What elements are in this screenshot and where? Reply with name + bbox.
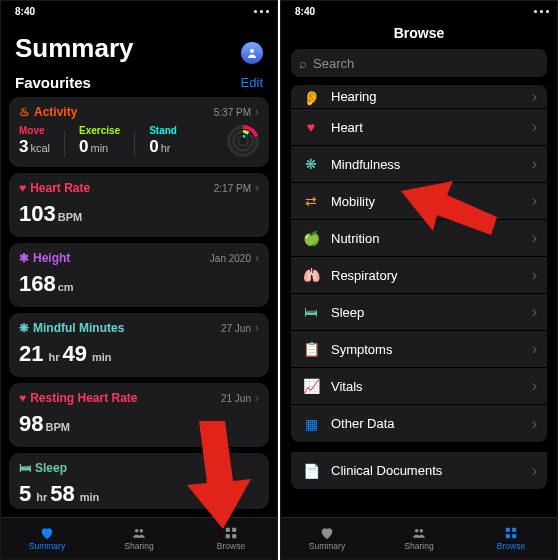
svg-rect-5 xyxy=(226,534,230,538)
bed-icon: 🛏 xyxy=(301,304,321,320)
svg-rect-4 xyxy=(232,528,236,532)
flame-icon: ♨ xyxy=(19,105,30,119)
page-title: Summary xyxy=(15,33,134,64)
chevron-right-icon: › xyxy=(532,155,537,173)
tab-sharing[interactable]: Sharing xyxy=(373,518,465,559)
status-bar: 8:40 xyxy=(281,1,557,19)
chevron-right-icon: › xyxy=(532,462,537,480)
svg-point-2 xyxy=(140,529,144,533)
chevron-right-icon: › xyxy=(532,229,537,247)
page-title: Browse xyxy=(281,19,557,49)
category-list: 👂 Hearing › ♥ Heart › ❋ Mindfulness › ⇄ … xyxy=(281,85,557,499)
ear-icon: 👂 xyxy=(301,90,321,106)
favourites-list: ♨Activity 5:37 PM Move3kcal Exercise0min… xyxy=(1,97,277,517)
resting-hr-card[interactable]: ♥Resting Heart Rate 21 Jun 98BPM xyxy=(9,383,269,447)
tab-browse[interactable]: Browse xyxy=(465,518,557,559)
status-time: 8:40 xyxy=(15,6,35,17)
svg-rect-11 xyxy=(506,534,510,538)
card-time: Jan 2020 xyxy=(210,251,259,265)
svg-rect-12 xyxy=(512,534,516,538)
search-input[interactable]: ⌕ Search xyxy=(291,49,547,77)
people-icon xyxy=(130,526,148,540)
list-item-heart[interactable]: ♥ Heart › xyxy=(291,109,547,146)
status-time: 8:40 xyxy=(295,6,315,17)
grid-icon xyxy=(504,526,518,540)
clipboard-icon: 📋 xyxy=(301,341,321,357)
chevron-right-icon: › xyxy=(532,377,537,395)
mobility-icon: ⇄ xyxy=(301,193,321,209)
svg-point-1 xyxy=(135,529,139,533)
card-time: 2:17 PM xyxy=(214,181,259,195)
summary-screen: 8:40 Summary Favourites Edit ♨Activity 5… xyxy=(0,0,278,560)
bed-icon: 🛏 xyxy=(19,461,31,475)
chevron-right-icon: › xyxy=(532,266,537,284)
card-time: 21 Jun xyxy=(221,391,259,405)
browse-screen: 8:40 Browse ⌕ Search 👂 Hearing › ♥ Heart… xyxy=(280,0,558,560)
profile-avatar[interactable] xyxy=(241,42,263,64)
list-item-nutrition[interactable]: 🍏 Nutrition › xyxy=(291,220,547,257)
list-item-sleep[interactable]: 🛏 Sleep › xyxy=(291,294,547,331)
vitals-icon: 📈 xyxy=(301,378,321,394)
lungs-icon: 🫁 xyxy=(301,267,321,283)
svg-rect-10 xyxy=(512,528,516,532)
status-bar: 8:40 xyxy=(1,1,277,19)
list-item-symptoms[interactable]: 📋 Symptoms › xyxy=(291,331,547,368)
tab-sharing[interactable]: Sharing xyxy=(93,518,185,559)
search-placeholder: Search xyxy=(313,56,354,71)
list-item-clinical-documents[interactable]: 📄 Clinical Documents › xyxy=(291,452,547,489)
card-time: 27 Jun xyxy=(221,321,259,335)
people-icon xyxy=(410,526,428,540)
tab-summary[interactable]: Summary xyxy=(1,518,93,559)
search-icon: ⌕ xyxy=(299,56,307,71)
list-item-vitals[interactable]: 📈 Vitals › xyxy=(291,368,547,405)
tab-summary[interactable]: Summary xyxy=(281,518,373,559)
activity-card[interactable]: ♨Activity 5:37 PM Move3kcal Exercise0min… xyxy=(9,97,269,167)
heart-icon xyxy=(39,525,55,541)
heart-icon: ♥ xyxy=(19,181,26,195)
heart-icon xyxy=(319,525,335,541)
tab-bar: Summary Sharing Browse xyxy=(281,517,557,559)
heart-icon: ♥ xyxy=(301,119,321,135)
mindful-card[interactable]: ❋Mindful Minutes 27 Jun 21hr49min xyxy=(9,313,269,377)
edit-button[interactable]: Edit xyxy=(241,75,263,90)
height-card[interactable]: ✱Height Jan 2020 168cm xyxy=(9,243,269,307)
document-icon: 📄 xyxy=(301,463,321,479)
list-item-other-data[interactable]: ▦ Other Data › xyxy=(291,405,547,442)
favourites-heading: Favourites xyxy=(15,74,91,91)
tab-browse[interactable]: Browse xyxy=(185,518,277,559)
person-icon: ✱ xyxy=(19,251,29,265)
sleep-card[interactable]: 🛏Sleep 5hr58min xyxy=(9,453,269,509)
chevron-right-icon: › xyxy=(532,118,537,136)
svg-point-8 xyxy=(420,529,424,533)
chevron-right-icon: › xyxy=(532,192,537,210)
mindfulness-icon: ❋ xyxy=(301,156,321,172)
person-icon xyxy=(246,47,258,59)
card-time: 5:37 PM xyxy=(214,105,259,119)
tab-bar: Summary Sharing Browse xyxy=(1,517,277,559)
chevron-right-icon: › xyxy=(532,303,537,321)
svg-rect-9 xyxy=(506,528,510,532)
list-item-mindfulness[interactable]: ❋ Mindfulness › xyxy=(291,146,547,183)
grid-icon: ▦ xyxy=(301,416,321,432)
apple-icon: 🍏 xyxy=(301,230,321,246)
svg-point-0 xyxy=(250,49,254,53)
mindfulness-icon: ❋ xyxy=(19,321,29,335)
activity-rings-icon xyxy=(227,125,259,157)
heart-rate-card[interactable]: ♥Heart Rate 2:17 PM 103BPM xyxy=(9,173,269,237)
heart-icon: ♥ xyxy=(19,391,26,405)
svg-point-7 xyxy=(415,529,419,533)
list-item-hearing[interactable]: 👂 Hearing › xyxy=(291,85,547,109)
grid-icon xyxy=(224,526,238,540)
list-item-respiratory[interactable]: 🫁 Respiratory › xyxy=(291,257,547,294)
svg-rect-3 xyxy=(226,528,230,532)
list-item-mobility[interactable]: ⇄ Mobility › xyxy=(291,183,547,220)
chevron-right-icon: › xyxy=(532,88,537,106)
chevron-right-icon: › xyxy=(532,415,537,433)
chevron-right-icon: › xyxy=(532,340,537,358)
svg-rect-6 xyxy=(232,534,236,538)
